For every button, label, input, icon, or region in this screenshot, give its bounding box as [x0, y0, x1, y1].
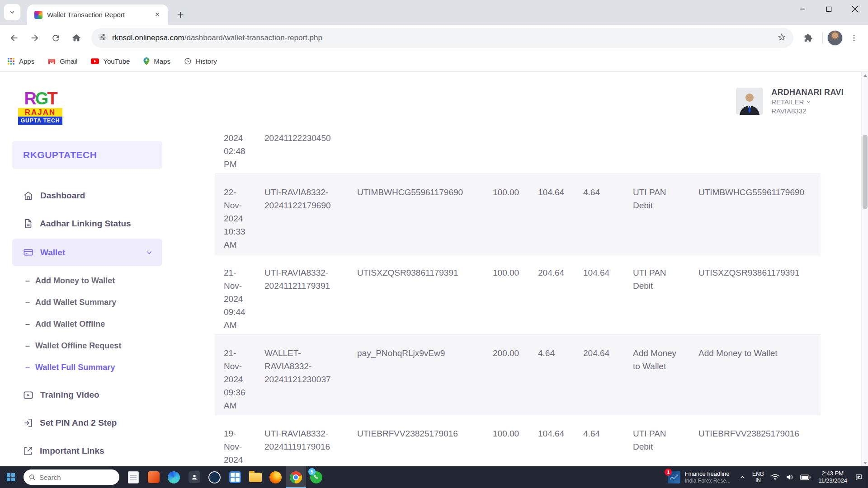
- language-code: ENG: [752, 471, 764, 477]
- toolbar-divider: [822, 32, 823, 44]
- taskbar-icon-dell[interactable]: [204, 466, 225, 488]
- sidebar-item-aadhar-linking-status[interactable]: Aadhar Linking Status: [0, 210, 175, 238]
- scrollbar-down-arrow[interactable]: [862, 460, 868, 466]
- person-icon: [191, 474, 198, 481]
- sidebar-nav: Dashboard Aadhar Linking Status Wallet –…: [0, 182, 175, 465]
- user-name: ARDHANARI RAVI: [771, 87, 844, 98]
- cell-amount: 100.00: [484, 266, 529, 334]
- logo-line1: RAJAN: [18, 108, 62, 117]
- reload-icon: [51, 33, 61, 43]
- sidebar-item-dashboard[interactable]: Dashboard: [0, 182, 175, 210]
- sidebar-item-important-links[interactable]: Important Links: [0, 437, 175, 465]
- show-desktop-button[interactable]: [866, 466, 868, 488]
- battery-icon[interactable]: [797, 466, 814, 488]
- wallet-submenu: – Add Money to Wallet – Add Wallet Summa…: [0, 270, 175, 378]
- log-in-icon: [23, 418, 33, 428]
- back-button[interactable]: [5, 28, 24, 47]
- home-button[interactable]: [67, 28, 86, 47]
- clock-time: 2:43 PM: [818, 470, 847, 477]
- chevron-down-icon: [806, 99, 811, 105]
- tab-search-button[interactable]: [4, 4, 20, 20]
- sidebar-subitem-add-wallet-offline[interactable]: – Add Wallet Offline: [0, 313, 175, 335]
- cell-balance-before: 4.64: [529, 347, 574, 415]
- start-button[interactable]: [0, 466, 22, 488]
- taskbar-search[interactable]: [24, 469, 119, 485]
- forward-button[interactable]: [25, 28, 44, 47]
- wifi-icon[interactable]: [768, 466, 783, 488]
- site-info-icon[interactable]: [99, 33, 107, 43]
- table-row: 21-Nov-2024 09:36 AM WALLET-RAVIA8332-20…: [215, 335, 821, 415]
- bookmark-gmail[interactable]: Gmail: [48, 57, 77, 65]
- table-row: 21-Nov-2024 09:44 AM UTI-RAVIA8332-20241…: [215, 254, 821, 335]
- news-thumbnail: 1: [668, 471, 680, 483]
- video-play-icon: [23, 390, 33, 400]
- volume-icon[interactable]: [783, 466, 797, 488]
- window-maximize-button[interactable]: [816, 0, 842, 18]
- taskbar-icon-notepad[interactable]: [123, 466, 143, 488]
- taskbar-icon-chrome[interactable]: [286, 466, 306, 488]
- taskbar-icon-app[interactable]: [184, 466, 204, 488]
- page-scrollbar[interactable]: [861, 72, 868, 466]
- cell-amount: 100.00: [484, 427, 529, 466]
- browser-tab[interactable]: Wallet Transaction Report ×: [27, 5, 168, 25]
- sidebar-subitem-wallet-full-summary[interactable]: – Wallet Full Summary: [0, 357, 175, 378]
- taskbar-icon-store[interactable]: [225, 466, 245, 488]
- window-minimize-button[interactable]: [789, 0, 816, 18]
- news-widget[interactable]: 1 Finance headline India Forex Rese...: [662, 470, 736, 484]
- cell-balance-after: 4.64: [574, 427, 624, 466]
- sidebar-item-set-pin-and-2-step[interactable]: Set PIN And 2 Step: [0, 409, 175, 437]
- taskbar-clock[interactable]: 2:43 PM 11/23/2024: [814, 470, 852, 484]
- sidebar-item-training-video[interactable]: Training Video: [0, 381, 175, 409]
- taskbar-icon-edge[interactable]: [164, 466, 184, 488]
- close-icon: [852, 6, 858, 12]
- bookmark-star-icon[interactable]: [777, 33, 786, 43]
- taskbar-icon-firefox[interactable]: [265, 466, 286, 488]
- clock-date: 11/23/2024: [818, 477, 847, 484]
- action-center-icon[interactable]: [852, 466, 866, 488]
- chart-line-icon: [670, 474, 679, 480]
- sidebar-item-label: Set PIN And 2 Step: [40, 418, 117, 428]
- home-icon: [71, 33, 81, 43]
- sidebar-subitem-wallet-offline-request[interactable]: – Wallet Offline Request: [0, 335, 175, 357]
- dash-bullet: –: [25, 319, 30, 329]
- user-avatar[interactable]: [736, 88, 763, 115]
- cell-amount: 100.00: [484, 186, 529, 254]
- sidebar-subitem-add-money-to-wallet[interactable]: – Add Money to Wallet: [0, 270, 175, 291]
- taskbar-icon-whatsapp[interactable]: 5: [306, 466, 326, 488]
- sidebar-item-label: Training Video: [40, 390, 99, 400]
- wallet-icon: [23, 247, 33, 258]
- browser-menu-button[interactable]: [844, 28, 863, 47]
- cell-transaction-id: UTISXZQSR93861179391: [348, 266, 484, 334]
- sidebar-item-wallet[interactable]: Wallet: [12, 239, 162, 266]
- tab-close-icon[interactable]: ×: [152, 9, 163, 20]
- taskbar-search-input[interactable]: [39, 474, 107, 481]
- cell-reference: UTI-RAVIA8332-20241119179016: [255, 427, 348, 466]
- user-role-dropdown[interactable]: RETAILER: [771, 98, 844, 107]
- window-close-button[interactable]: [842, 0, 868, 18]
- scrollbar-up-arrow[interactable]: [862, 72, 868, 79]
- kebab-menu-icon: [850, 34, 858, 42]
- bookmark-maps[interactable]: Maps: [143, 57, 170, 65]
- reload-button[interactable]: [46, 28, 65, 47]
- cell-balance-after: 204.64: [574, 347, 624, 415]
- bookmark-youtube[interactable]: YouTube: [91, 57, 130, 65]
- cell-date: 2024 02:48 PM: [215, 131, 255, 174]
- bookmark-apps[interactable]: Apps: [7, 57, 34, 65]
- address-bar[interactable]: rknsdl.onlinepsa.com/dashboard/wallet-tr…: [91, 28, 793, 48]
- new-tab-button[interactable]: +: [173, 7, 188, 22]
- extensions-button[interactable]: [799, 28, 818, 47]
- table-row: 19-Nov-2024 UTI-RAVIA8332-20241119179016…: [215, 415, 821, 466]
- cell-remarks: UTIMBWHCG55961179690: [689, 186, 821, 254]
- site-logo[interactable]: RGT RAJAN GUPTA TECH: [18, 90, 62, 125]
- scrollbar-thumb[interactable]: [863, 135, 868, 209]
- language-indicator[interactable]: ENG IN: [749, 471, 768, 483]
- table-row: 22-Nov-2024 10:33 AM UTI-RAVIA8332-20241…: [215, 174, 821, 254]
- taskbar-icon-explorer[interactable]: [245, 466, 265, 488]
- profile-avatar[interactable]: [827, 30, 843, 46]
- tray-show-hidden-icons[interactable]: [736, 466, 749, 488]
- taskbar-icon-office[interactable]: [143, 466, 164, 488]
- bookmark-history[interactable]: History: [184, 57, 217, 65]
- dash-bullet: –: [25, 341, 30, 351]
- sidebar-subitem-add-wallet-summary[interactable]: – Add Wallet Summary: [0, 291, 175, 313]
- cell-date: 21-Nov-2024 09:44 AM: [215, 266, 255, 334]
